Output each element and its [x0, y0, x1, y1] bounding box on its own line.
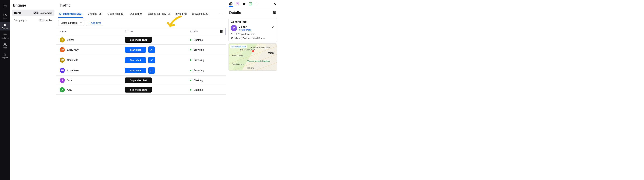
- tab-invited[interactable]: Invited (0): [175, 10, 188, 18]
- avatar: CM: [60, 57, 65, 63]
- page-header: Traffic: [56, 0, 226, 10]
- plus-icon: +: [88, 21, 90, 24]
- visitor-name-cell: Anne New: [67, 69, 79, 72]
- rail-item-engage[interactable]: Engage: [0, 22, 10, 31]
- avatar: V: [60, 37, 65, 42]
- location-map[interactable]: View larger map 📍 Bayside Marketplace Mi…: [228, 43, 277, 71]
- activity-label: Chatting: [194, 79, 203, 82]
- status-dot-icon: [190, 70, 192, 71]
- engage-icon: [3, 23, 7, 27]
- columns-settings-button[interactable]: [219, 29, 224, 34]
- activity-label: Chatting: [194, 88, 203, 91]
- edit-chat-button[interactable]: [148, 67, 155, 74]
- sidebar-item-label: Campaigns: [14, 19, 26, 22]
- close-icon: [273, 2, 276, 6]
- panel-tab-pet[interactable]: [242, 2, 246, 6]
- svg-point-3: [274, 11, 274, 12]
- table-row[interactable]: AAmySupervise chatChatting🙂Jacekcamenisc…: [56, 85, 226, 95]
- panel-settings-button[interactable]: [273, 11, 276, 15]
- check-square-icon: [248, 2, 252, 6]
- start-chat-button[interactable]: Start chat: [125, 47, 146, 53]
- status-dot-icon: [190, 49, 192, 50]
- visitor-name-cell: Amy: [67, 88, 72, 91]
- table-row[interactable]: EMEmily MayStart chatBrowsing-leviathan@…: [56, 45, 226, 55]
- match-filter-select[interactable]: Match all filters: [58, 20, 84, 26]
- start-chat-button[interactable]: Start chat: [125, 68, 146, 73]
- tabs-row: All customers (262) Chatting (35) Superv…: [56, 10, 226, 18]
- local-time-row: 03:11 pm local time: [231, 33, 275, 35]
- svg-point-4: [275, 12, 276, 13]
- map-label: Coral Gables: [232, 63, 244, 65]
- edit-visitor-button[interactable]: [272, 25, 275, 29]
- status-dot-icon: [190, 59, 192, 61]
- nav-rail: Chat Engage Archives Team Reports: [0, 0, 10, 180]
- person-circle-icon: [229, 2, 233, 6]
- sidebar-item-traffic[interactable]: Traffic 262 customers: [12, 10, 54, 16]
- th-actions[interactable]: Actions: [121, 28, 186, 35]
- tabs-more-button[interactable]: ⋯: [218, 12, 224, 16]
- view-larger-map-link[interactable]: View larger map: [230, 45, 247, 48]
- svg-point-7: [232, 38, 232, 38]
- tab-browsing[interactable]: Browsing (223): [192, 10, 210, 18]
- rail-item-team[interactable]: Team: [0, 41, 10, 50]
- details-panel: Details General info V Visitor + Add ema…: [226, 0, 279, 180]
- card-title: General info: [231, 20, 275, 23]
- tab-queued[interactable]: Queued (0): [129, 10, 143, 18]
- tab-all-customers[interactable]: All customers (262): [58, 10, 83, 18]
- table-row[interactable]: VVisitorSupervise chatChatting✦LiveChat …: [56, 35, 226, 45]
- sliders-icon: [273, 11, 276, 14]
- activity-label: Browsing: [194, 48, 204, 51]
- visitor-name: Visitor: [239, 25, 246, 28]
- tab-supervised[interactable]: Supervised (0): [107, 10, 125, 18]
- clock-icon: [231, 33, 233, 35]
- edit-chat-button[interactable]: [148, 46, 155, 53]
- edit-chat-button[interactable]: [148, 57, 155, 63]
- chevron-down-icon: [80, 22, 82, 24]
- panel-tab-profile[interactable]: [229, 3, 233, 7]
- filters-row: Match all filters + Add filter: [56, 18, 226, 28]
- rail-label: Chat: [3, 17, 7, 19]
- add-filter-button[interactable]: + Add filter: [86, 20, 103, 26]
- rail-label: Engage: [2, 27, 8, 29]
- scrollbar-thumb[interactable]: [225, 28, 226, 35]
- svg-point-1: [230, 3, 231, 4]
- inbox-icon: [236, 2, 239, 6]
- map-label: LITTLE HAVANA: [240, 49, 255, 51]
- tabs: All customers (262) Chatting (35) Superv…: [58, 10, 218, 18]
- panel-close-button[interactable]: [273, 2, 277, 6]
- avatar: A: [60, 87, 65, 92]
- map-label: Tamiami: [247, 67, 254, 69]
- sidebar-item-campaigns[interactable]: Campaigns 99+ active: [12, 17, 54, 23]
- start-chat-button[interactable]: Start chat: [125, 57, 146, 63]
- table-row[interactable]: JJackSupervise chatChatting✦LiveChat Bot…: [56, 76, 226, 85]
- panel-tab-task[interactable]: [248, 2, 252, 6]
- supervise-chat-button[interactable]: Supervise chat: [125, 37, 152, 43]
- panel-tab-add[interactable]: [255, 2, 259, 6]
- supervise-chat-button[interactable]: Supervise chat: [125, 87, 152, 93]
- rail-item-reports[interactable]: Reports: [0, 51, 10, 60]
- pencil-icon: [150, 59, 153, 61]
- activity-label: Chatting: [194, 38, 203, 41]
- rail-label: Team: [3, 47, 7, 49]
- reports-icon: [3, 53, 7, 56]
- visitor-name-cell: Visitor: [67, 38, 74, 41]
- rail-item-home[interactable]: [0, 2, 10, 11]
- tab-waiting[interactable]: Waiting for reply (0): [147, 10, 171, 18]
- dog-icon: [242, 2, 246, 6]
- general-info-card: General info V Visitor + Add email 03:11…: [228, 18, 277, 42]
- map-label: Miami: [268, 52, 275, 54]
- table-row[interactable]: CMChris MileStart chatBrowsing-rbarreira…: [56, 55, 226, 65]
- chat-bubble-icon: [3, 5, 7, 8]
- rail-item-archives[interactable]: Archives: [0, 32, 10, 40]
- th-name[interactable]: Name: [56, 28, 121, 35]
- table-header: Name Actions Activity Chatting with Emai…: [56, 28, 226, 35]
- table-row[interactable]: ANAnne NewStart chatBrowsing-paulv@sbcgl…: [56, 65, 226, 76]
- panel-tab-inbox[interactable]: [235, 2, 239, 6]
- rail-item-chat[interactable]: Chat: [0, 12, 10, 21]
- main-content: Traffic All customers (262) Chatting (35…: [56, 0, 226, 180]
- supervise-chat-button[interactable]: Supervise chat: [125, 77, 152, 83]
- add-email-link[interactable]: + Add email: [239, 29, 275, 31]
- tab-chatting[interactable]: Chatting (35): [87, 10, 103, 18]
- traffic-table: Name Actions Activity Chatting with Emai…: [56, 28, 226, 180]
- suffix-label: customers: [40, 12, 52, 14]
